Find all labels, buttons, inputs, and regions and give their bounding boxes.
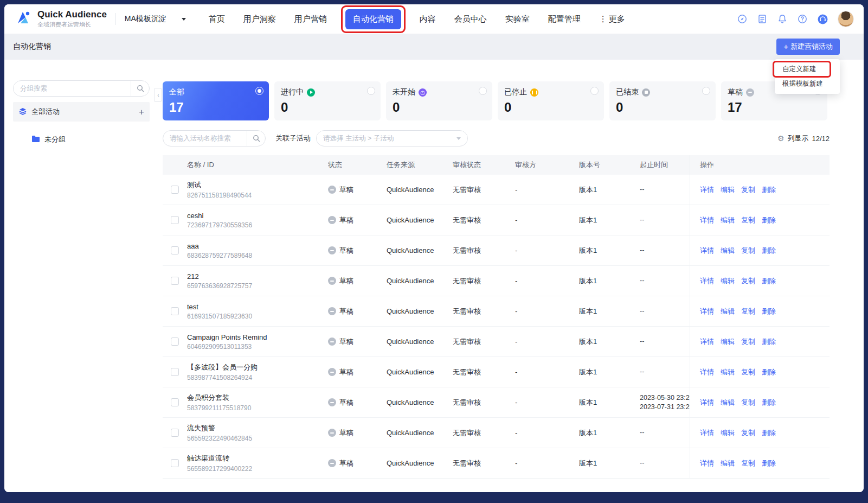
- delete-link[interactable]: 删除: [762, 276, 776, 286]
- nav-item-member-center[interactable]: 会员中心: [454, 14, 487, 24]
- detail-link[interactable]: 详情: [700, 367, 714, 377]
- radio-icon[interactable]: [590, 87, 599, 95]
- edit-link[interactable]: 编辑: [721, 367, 735, 377]
- edit-link[interactable]: 编辑: [721, 428, 735, 438]
- row-checkbox[interactable]: [171, 277, 179, 285]
- detail-link[interactable]: 详情: [700, 428, 714, 438]
- menu-item-custom-create[interactable]: 自定义新建: [775, 62, 840, 77]
- filter-card-ended[interactable]: 已结束 0: [609, 81, 716, 120]
- edit-link[interactable]: 编辑: [721, 459, 735, 468]
- nav-item-automated-marketing[interactable]: 自动化营销: [345, 9, 401, 29]
- copy-link[interactable]: 复制: [741, 276, 755, 286]
- row-checkbox[interactable]: [171, 216, 179, 224]
- delete-link[interactable]: 删除: [762, 215, 776, 225]
- service-icon[interactable]: [817, 14, 828, 25]
- reviewer: -: [515, 368, 579, 376]
- radio-icon[interactable]: [702, 87, 710, 95]
- copy-link[interactable]: 复制: [741, 215, 755, 225]
- nav-item-user-marketing[interactable]: 用户营销: [294, 14, 327, 24]
- filter-card-all[interactable]: 全部 17: [163, 81, 269, 120]
- edit-link[interactable]: 编辑: [721, 185, 735, 195]
- delete-link[interactable]: 删除: [762, 307, 776, 316]
- running-status-icon: [307, 88, 315, 97]
- nav-item-lab[interactable]: 实验室: [505, 14, 530, 24]
- row-checkbox[interactable]: [171, 368, 179, 376]
- delete-link[interactable]: 删除: [762, 428, 776, 438]
- delete-link[interactable]: 删除: [762, 337, 776, 347]
- new-campaign-button[interactable]: 新建营销活动: [776, 39, 840, 55]
- delete-link[interactable]: 删除: [762, 367, 776, 377]
- bell-icon[interactable]: [777, 14, 788, 24]
- col-header-time: 起止时间: [640, 160, 690, 170]
- row-checkbox[interactable]: [171, 307, 179, 315]
- table-row: aaa 683628759277589648 草稿 QuickAudience …: [163, 235, 830, 266]
- card-label: 已停止: [504, 87, 527, 97]
- radio-icon[interactable]: [479, 87, 487, 95]
- version: 版本1: [579, 276, 640, 286]
- add-group-button[interactable]: [139, 107, 144, 117]
- detail-link[interactable]: 详情: [700, 276, 714, 286]
- detail-link[interactable]: 详情: [700, 185, 714, 195]
- radio-selected-icon[interactable]: [255, 87, 263, 95]
- copy-link[interactable]: 复制: [741, 459, 755, 468]
- delete-link[interactable]: 删除: [762, 398, 776, 408]
- nav-item-more[interactable]: 更多: [599, 14, 625, 24]
- detail-link[interactable]: 详情: [700, 459, 714, 468]
- row-checkbox[interactable]: [171, 186, 179, 194]
- copy-link[interactable]: 复制: [741, 185, 755, 195]
- compass-icon[interactable]: [737, 14, 748, 24]
- row-checkbox[interactable]: [171, 338, 179, 346]
- copy-link[interactable]: 复制: [741, 337, 755, 347]
- version: 版本1: [579, 337, 640, 347]
- edit-link[interactable]: 编辑: [721, 337, 735, 347]
- help-icon[interactable]: [797, 14, 808, 24]
- detail-link[interactable]: 详情: [700, 337, 714, 347]
- sub-activity-select[interactable]: 请选择 主活动 > 子活动: [316, 130, 468, 147]
- search-icon[interactable]: [247, 131, 265, 146]
- detail-link[interactable]: 详情: [700, 215, 714, 225]
- screen: Quick Audience 全域消费者运营增长 MA模板沉淀 首页 用户洞察 …: [0, 0, 868, 503]
- column-display-control[interactable]: 列显示 12/12: [777, 133, 830, 143]
- workspace-selector[interactable]: MA模板沉淀: [125, 14, 186, 24]
- table-row: 触达渠道流转 565589217299400222 草稿 QuickAudien…: [163, 448, 830, 479]
- detail-link[interactable]: 详情: [700, 398, 714, 408]
- edit-link[interactable]: 编辑: [721, 398, 735, 408]
- search-icon[interactable]: [131, 81, 149, 96]
- group-search-input[interactable]: [14, 85, 131, 92]
- edit-link[interactable]: 编辑: [721, 307, 735, 316]
- detail-link[interactable]: 详情: [700, 246, 714, 256]
- delete-link[interactable]: 删除: [762, 185, 776, 195]
- delete-link[interactable]: 删除: [762, 459, 776, 468]
- row-checkbox[interactable]: [171, 429, 179, 437]
- sidebar-item-ungrouped[interactable]: 未分组: [13, 135, 150, 144]
- delete-link[interactable]: 删除: [762, 246, 776, 256]
- campaign-search-input[interactable]: [163, 135, 247, 142]
- copy-link[interactable]: 复制: [741, 428, 755, 438]
- sidebar-item-all-activities[interactable]: 全部活动: [13, 102, 150, 122]
- copy-link[interactable]: 复制: [741, 398, 755, 408]
- nav-item-user-insights[interactable]: 用户洞察: [243, 14, 276, 24]
- filter-card-stopped[interactable]: 已停止 0: [498, 81, 604, 120]
- edit-link[interactable]: 编辑: [721, 215, 735, 225]
- row-checkbox[interactable]: [171, 459, 179, 467]
- row-checkbox[interactable]: [171, 246, 179, 254]
- edit-link[interactable]: 编辑: [721, 246, 735, 256]
- nav-item-content[interactable]: 内容: [420, 14, 436, 24]
- detail-link[interactable]: 详情: [700, 307, 714, 316]
- document-icon[interactable]: [757, 14, 768, 24]
- row-checkbox[interactable]: [171, 398, 179, 406]
- sidebar-collapse-handle[interactable]: [155, 88, 162, 102]
- filter-card-running[interactable]: 进行中 0: [274, 81, 381, 120]
- copy-link[interactable]: 复制: [741, 246, 755, 256]
- nav-item-config[interactable]: 配置管理: [548, 14, 581, 24]
- menu-item-template-create[interactable]: 根据模板新建: [775, 77, 840, 91]
- copy-link[interactable]: 复制: [741, 367, 755, 377]
- edit-link[interactable]: 编辑: [721, 276, 735, 286]
- column-display-value: 12/12: [812, 135, 830, 143]
- copy-link[interactable]: 复制: [741, 307, 755, 316]
- filter-card-not-started[interactable]: 未开始 0: [386, 81, 492, 120]
- page-header: 自动化营销 新建营销活动: [4, 34, 864, 60]
- nav-item-home[interactable]: 首页: [209, 14, 225, 24]
- user-avatar[interactable]: [838, 11, 854, 27]
- radio-icon[interactable]: [367, 87, 375, 95]
